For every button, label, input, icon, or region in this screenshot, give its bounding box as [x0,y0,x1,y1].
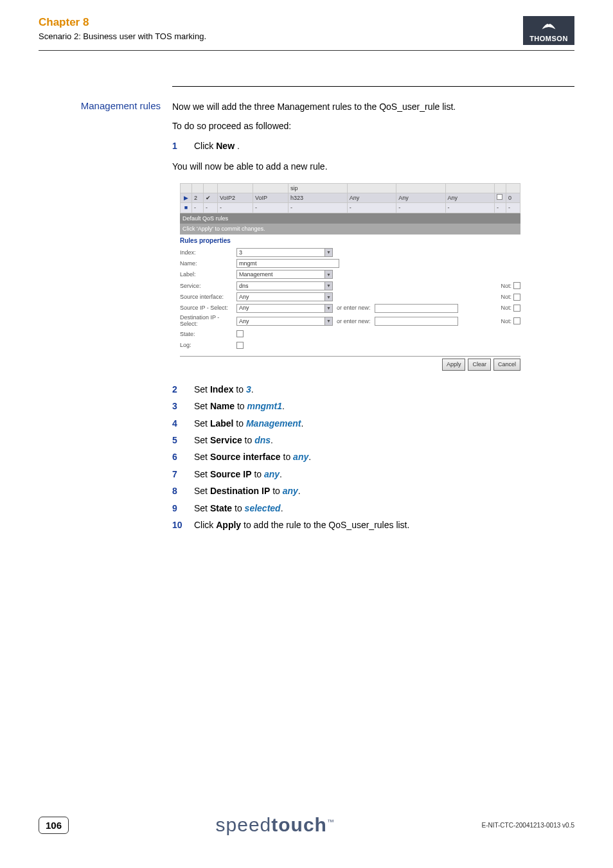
buttons-row: Apply Clear Cancel [180,356,520,370]
step-text-post: . [281,503,283,513]
chevron-down-icon[interactable]: ▼ [324,270,332,278]
step-text-pre: Set [194,503,210,513]
step-text-bold: Name [210,401,235,411]
or-enter-label: or enter new: [337,317,371,326]
step-text-mid: to [235,401,247,411]
step-text-mid: to [270,486,282,496]
checkbox-cell[interactable]: ✔ [204,193,218,202]
step-text-value: mngmt1 [247,401,282,411]
dstip-select[interactable]: Any ▼ [236,317,333,326]
step-text-post: . [282,401,285,411]
table-row: ■ - - - - - - - - - - [181,203,520,213]
step-text-mid: to [233,384,245,394]
state-checkbox[interactable] [236,330,244,337]
step-text-post: . [308,452,311,462]
cell: - [204,203,218,213]
service-select[interactable]: dns ▼ [236,281,333,290]
content-area: Management rules Now we will add the thr… [39,86,574,538]
cell: sip [289,183,348,193]
step-number: 3 [172,399,194,413]
clear-button[interactable]: Clear [468,359,491,370]
page-footer: 106 speedtouch™ E-NIT-CTC-20041213-0013 … [39,814,574,836]
scenario-text: Scenario 2: Business user with TOS marki… [39,31,206,41]
page-header: Chapter 8 Scenario 2: Business user with… [39,16,574,51]
or-enter-label: or enter new: [337,303,371,312]
cancel-button[interactable]: Cancel [493,359,520,370]
cell: - [253,203,289,213]
step-text-value: selected [245,503,281,513]
step-text: Set Source IP to any. [194,467,282,481]
chevron-down-icon[interactable]: ▼ [324,249,332,256]
label-select[interactable]: Management ▼ [236,270,333,279]
not-checkbox[interactable] [513,282,520,289]
chevron-down-icon[interactable]: ▼ [324,293,332,301]
main-column: Now we will add the three Management rul… [172,86,574,538]
not-checkbox[interactable] [513,305,520,312]
section-bar-apply-hint: Click 'Apply' to commit changes. [180,224,520,234]
thomson-logo: THOMSON [523,16,574,45]
step-text-value: any [264,469,280,479]
step-text-bold: Service [210,435,242,445]
step-text: Set Service to dns. [194,433,273,447]
cell: - [218,203,253,213]
step-2: 2Set Index to 3. [172,382,574,396]
step-text: Set Destination IP to any. [194,484,301,498]
prop-row-srcip: Source IP - Select: Any ▼ or enter new: … [180,303,520,312]
step-4: 4Set Label to Management. [172,416,574,430]
chevron-down-icon[interactable]: ▼ [324,317,332,325]
log-checkbox[interactable] [236,342,244,349]
cell: - [506,203,520,213]
step-text-mid: to [232,503,244,513]
page: Chapter 8 Scenario 2: Business user with… [0,0,613,868]
srcip-select[interactable]: Any ▼ [236,304,333,313]
step-1: 1 Click New . [172,139,574,153]
step-text-pre: Set [194,401,210,411]
brand-thick: touch [271,814,327,835]
cell [204,183,218,193]
index-select[interactable]: 3 ▼ [236,248,333,257]
step-number: 4 [172,416,194,430]
svg-point-0 [547,22,550,24]
step-number: 10 [172,518,194,532]
checkbox-cell[interactable] [495,193,506,202]
not-checkbox[interactable] [513,294,520,301]
cell: 2 [192,193,204,202]
arrow-icon[interactable]: ▶ [181,193,192,202]
chevron-down-icon[interactable]: ▼ [324,282,332,290]
step-text: Click Apply to add the rule to the QoS_u… [194,518,409,532]
cell [396,183,445,193]
square-icon[interactable]: ■ [181,203,192,213]
step-text-bold: Label [210,418,234,429]
step-text-value: dns [254,435,271,445]
rules-properties-heading: Rules properties [180,235,520,248]
name-input[interactable]: mngmt [236,259,339,268]
cell: - [396,203,445,213]
doc-code: E-NIT-CTC-20041213-0013 v0.5 [481,822,574,829]
step-text: Click New . [194,139,240,153]
step-text-mid: to [281,452,293,462]
step-text: Set Source interface to any. [194,450,311,464]
not-checkbox[interactable] [513,317,520,324]
cell [347,183,396,193]
step-1-block: 1 Click New . [172,139,574,153]
srcif-select[interactable]: Any ▼ [236,292,333,301]
chevron-down-icon[interactable]: ▼ [324,305,332,312]
select-value: 3 [239,248,242,257]
prop-row living: Label: Management ▼ [180,270,520,279]
prop-row-log: Log: [180,341,520,350]
trademark-icon: ™ [327,818,335,826]
step-number: 8 [172,484,194,498]
prop-label: Name: [180,259,236,268]
side-heading: Management rules [39,100,161,111]
apply-button[interactable]: Apply [442,359,466,370]
dstip-input[interactable] [375,317,458,326]
step-number: 5 [172,433,194,447]
step-text-bold: Apply [216,520,241,530]
step-text: Set Name to mngmt1. [194,399,285,413]
step-text-pre: Set [194,418,210,429]
step-text-pre: Click [194,141,216,151]
cell: - [495,203,506,213]
cell: - [192,203,204,213]
srcip-input[interactable] [375,304,458,313]
select-value: dns [239,281,249,290]
